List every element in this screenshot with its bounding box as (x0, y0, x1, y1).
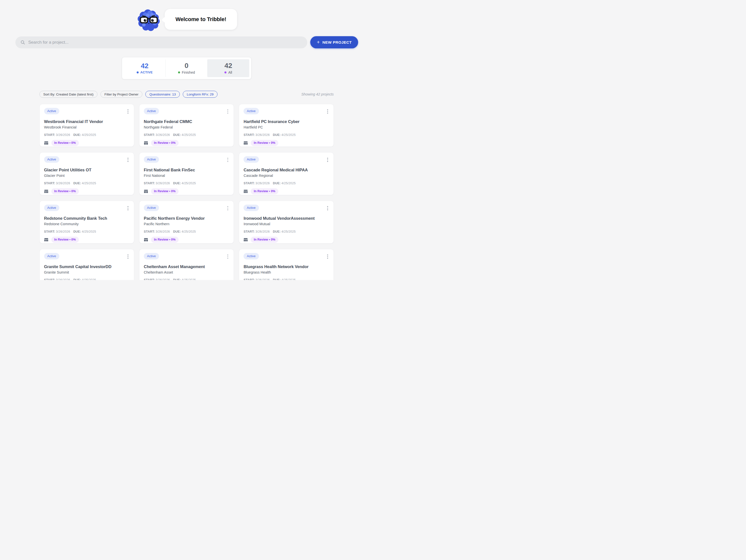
project-title[interactable]: Redstone Community Bank Tech (44, 216, 130, 221)
project-title[interactable]: Hartfield PC Insurance Cyber (243, 119, 329, 124)
project-card[interactable]: Active Northgate Federal CMMC Northgate … (139, 104, 234, 147)
start-date: START:3/26/2026 (243, 230, 269, 233)
start-date: START:3/26/2026 (44, 230, 70, 233)
project-owner: Cheltenham Asset (144, 270, 229, 274)
due-date: DUE:4/25/2025 (273, 181, 296, 185)
start-date: START:3/26/2026 (243, 133, 269, 137)
status-badge: Active (243, 205, 259, 211)
project-card[interactable]: Active Ironwood Mutual VendorAssessment … (239, 201, 334, 244)
project-card[interactable]: Active First National Bank FinSec First … (139, 152, 234, 195)
kebab-menu-icon[interactable] (326, 253, 329, 260)
card-footer: In Review • 0% (144, 236, 229, 243)
kebab-menu-icon[interactable] (326, 108, 329, 115)
stat-finished-value: 0 (184, 62, 189, 69)
status-badge: Active (144, 253, 159, 259)
start-date: START:3/26/2026 (144, 181, 170, 185)
project-title[interactable]: Ironwood Mutual VendorAssessment (243, 216, 329, 221)
due-date: DUE:4/25/2025 (273, 133, 296, 137)
tribble-mascot-icon (136, 7, 162, 32)
card-footer: In Review • 0% (44, 236, 130, 243)
kebab-menu-icon[interactable] (126, 108, 130, 115)
project-title[interactable]: Northgate Federal CMMC (144, 119, 229, 124)
kebab-menu-icon[interactable] (226, 205, 229, 212)
project-title[interactable]: Pacific Northern Energy Vendor (144, 216, 229, 221)
project-dates: START:3/26/2026 DUE:4/25/2025 (144, 181, 229, 185)
table-icon (144, 189, 148, 193)
filter-chips: Sort By: Created Date (latest first) Fil… (39, 91, 218, 98)
project-card[interactable]: Active Westbrook Financial IT Vendor Wes… (39, 104, 134, 147)
status-badge: Active (243, 108, 259, 114)
stat-all[interactable]: 42 All (207, 59, 249, 77)
search-icon (20, 40, 25, 45)
project-dates: START:3/26/2026 DUE:4/25/2025 (44, 230, 130, 233)
project-card[interactable]: Active Granite Summit Capital InvestorDD… (39, 249, 134, 280)
kebab-menu-icon[interactable] (226, 156, 229, 163)
project-card[interactable]: Active Cheltenham Asset Management Chelt… (139, 249, 234, 280)
card-header: Active (243, 156, 329, 163)
longform-rfx-chip[interactable]: Longform RFx: 29 (183, 91, 218, 98)
finished-dot-icon (178, 72, 180, 74)
project-card[interactable]: Active Hartfield PC Insurance Cyber Hart… (239, 104, 334, 147)
table-icon (44, 189, 48, 193)
search-box[interactable] (16, 36, 307, 48)
stat-finished[interactable]: 0 Finished (165, 59, 207, 77)
kebab-menu-icon[interactable] (326, 156, 329, 163)
progress-badge: In Review • 0% (51, 140, 79, 146)
kebab-menu-icon[interactable] (126, 253, 130, 260)
sort-by-chip[interactable]: Sort By: Created Date (latest first) (39, 91, 98, 98)
kebab-menu-icon[interactable] (126, 205, 130, 212)
card-header: Active (144, 205, 229, 212)
project-dates: START:3/26/2026 DUE:4/25/2025 (243, 278, 329, 280)
project-title[interactable]: Cascade Regional Medical HIPAA (243, 168, 329, 172)
kebab-menu-icon[interactable] (226, 253, 229, 260)
filter-toolbar: Sort By: Created Date (latest first) Fil… (39, 91, 334, 98)
filter-owner-chip[interactable]: Filter by Project Owner (101, 91, 142, 98)
search-input[interactable] (28, 40, 305, 45)
progress-badge: In Review • 0% (51, 236, 79, 243)
status-badge: Active (144, 156, 159, 163)
project-dates: START:3/26/2026 DUE:4/25/2025 (243, 133, 329, 137)
new-project-button[interactable]: + NEW PROJECT (310, 36, 358, 48)
status-badge: Active (243, 253, 259, 259)
project-dates: START:3/26/2026 DUE:4/25/2025 (44, 278, 130, 280)
project-dates: START:3/26/2026 DUE:4/25/2025 (243, 181, 329, 185)
due-date: DUE:4/25/2025 (173, 278, 196, 280)
kebab-menu-icon[interactable] (326, 205, 329, 212)
kebab-menu-icon[interactable] (226, 108, 229, 115)
project-card[interactable]: Active Pacific Northern Energy Vendor Pa… (139, 201, 234, 244)
card-footer: In Review • 0% (44, 188, 130, 194)
table-icon (44, 237, 48, 242)
project-title[interactable]: Glacier Point Utilities OT (44, 168, 130, 172)
project-card[interactable]: Active Glacier Point Utilities OT Glacie… (39, 152, 134, 195)
card-header: Active (243, 253, 329, 260)
start-date: START:3/26/2026 (44, 181, 70, 185)
questionnaire-chip[interactable]: Questionnaire: 13 (145, 91, 180, 98)
project-owner: Bluegrass Health (243, 270, 329, 274)
card-header: Active (243, 205, 329, 212)
project-title[interactable]: Bluegrass Health Network Vendor (243, 264, 329, 269)
table-icon (144, 237, 148, 242)
project-card[interactable]: Active Bluegrass Health Network Vendor B… (239, 249, 334, 280)
due-date: DUE:4/25/2025 (74, 278, 96, 280)
progress-badge: In Review • 0% (251, 140, 278, 146)
project-card[interactable]: Active Redstone Community Bank Tech Reds… (39, 201, 134, 244)
table-icon (243, 189, 248, 193)
stat-active-label: ACTIVE (137, 71, 153, 74)
project-card[interactable]: Active Cascade Regional Medical HIPAA Ca… (239, 152, 334, 195)
start-date: START:3/26/2026 (243, 278, 269, 280)
card-header: Active (144, 156, 229, 163)
project-title[interactable]: Granite Summit Capital InvestorDD (44, 264, 130, 269)
card-header: Active (144, 108, 229, 115)
project-owner: Pacific Northern (144, 222, 229, 226)
kebab-menu-icon[interactable] (126, 156, 130, 163)
project-title[interactable]: Cheltenham Asset Management (144, 264, 229, 269)
status-badge: Active (44, 205, 59, 211)
stat-active[interactable]: 42 ACTIVE (124, 59, 166, 77)
project-owner: Glacier Point (44, 174, 130, 177)
project-title[interactable]: Westbrook Financial IT Vendor (44, 119, 130, 124)
project-dates: START:3/26/2026 DUE:4/25/2025 (144, 133, 229, 137)
status-badge: Active (243, 156, 259, 163)
card-footer: In Review • 0% (44, 140, 130, 146)
project-title[interactable]: First National Bank FinSec (144, 168, 229, 172)
project-owner: Northgate Federal (144, 125, 229, 129)
